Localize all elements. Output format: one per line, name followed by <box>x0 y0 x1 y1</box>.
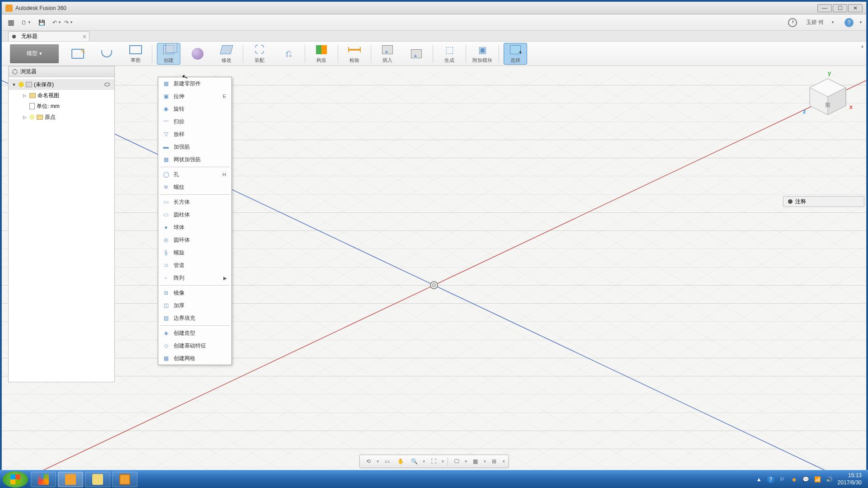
tray-flag-icon[interactable]: ⚐ <box>779 476 786 483</box>
menu-item-label: 阵列 <box>174 274 220 282</box>
taskbar-explorer[interactable] <box>85 472 110 487</box>
make-menu[interactable]: ⬚生成 <box>438 43 461 65</box>
menu-item-21[interactable]: ▩创建网格 <box>158 352 231 365</box>
menu-item-20[interactable]: ◇创建基础特征 <box>158 339 231 352</box>
menu-item-9[interactable]: ▭长方体 <box>158 196 231 208</box>
decal-tool[interactable] <box>405 43 428 65</box>
modify-menu[interactable]: 修改 <box>215 43 238 65</box>
menu-item-4[interactable]: ▽放样 <box>158 128 231 141</box>
addins-menu[interactable]: ▣附加模块 <box>471 43 494 65</box>
activate-icon[interactable] <box>104 83 110 86</box>
display-settings-button[interactable]: 🖵 <box>451 456 462 466</box>
browser-origin[interactable]: ▷ 原点 <box>9 112 114 122</box>
menu-item-19[interactable]: ◈创建造型 <box>158 327 231 339</box>
menu-item-icon: ▽ <box>162 131 170 138</box>
menu-item-17[interactable]: ◫加厚 <box>158 299 231 312</box>
menu-item-16[interactable]: ⧉镜像 <box>158 286 231 299</box>
tab-close-button[interactable]: × <box>83 33 86 40</box>
menu-item-18[interactable]: ▨边界填充 <box>158 312 231 324</box>
maximize-button[interactable]: ☐ <box>833 4 847 12</box>
joint-tool[interactable]: ⎌ <box>277 43 300 65</box>
browser-settings-icon[interactable] <box>12 69 18 75</box>
menu-item-11[interactable]: ●球体 <box>158 221 231 234</box>
insert-menu[interactable]: 插入 <box>376 43 399 65</box>
tray-chat-icon[interactable]: 💬 <box>802 476 810 483</box>
menu-item-icon: ▦ <box>162 156 170 163</box>
menu-item-label: 新建零部件 <box>174 80 228 88</box>
browser-units[interactable]: 单位: mm <box>9 101 114 112</box>
create-menu[interactable]: 创建 <box>157 43 180 65</box>
tray-help-icon[interactable]: ? <box>767 476 774 483</box>
browser-root-node[interactable]: ▼ (未保存) <box>9 79 114 90</box>
assemble-menu[interactable]: ⛶装配 <box>248 43 271 65</box>
taskbar-clock[interactable]: 15:13 2017/6/30 <box>838 472 862 486</box>
sphere-tool[interactable] <box>186 43 209 65</box>
user-name[interactable]: 玉娇 何 <box>806 19 824 26</box>
menu-item-12[interactable]: ◎圆环体 <box>158 234 231 246</box>
workspace-selector[interactable]: 模型 ▾ <box>10 44 59 63</box>
visibility-icon[interactable] <box>19 82 24 87</box>
svg-rect-2 <box>2 71 866 481</box>
file-menu-button[interactable]: 🗋▼ <box>21 17 32 28</box>
tray-a360-icon[interactable]: ◆ <box>791 476 798 483</box>
taskbar-app-2[interactable] <box>112 472 137 487</box>
comments-label: 注释 <box>795 198 806 206</box>
zoom-button[interactable]: 🔍 <box>409 456 420 466</box>
menu-item-13[interactable]: §螺旋 <box>158 246 231 259</box>
fit-button[interactable]: ⛶ <box>428 456 439 466</box>
submenu-arrow-icon: ▶ <box>223 276 227 281</box>
viewcube-face: 前 <box>825 102 830 108</box>
menu-item-14[interactable]: ⊃管道 <box>158 259 231 272</box>
menu-item-shortcut: H <box>222 172 226 177</box>
pan-button[interactable]: ✋ <box>395 456 407 466</box>
redo-button[interactable]: ↷▼ <box>63 17 74 28</box>
menu-item-2[interactable]: ◉旋转 <box>158 103 231 115</box>
tray-network-icon[interactable]: 📶 <box>814 476 821 483</box>
expand-icon <box>788 199 793 204</box>
menu-item-15[interactable]: ▫阵列▶ <box>158 272 231 284</box>
menu-item-10[interactable]: ⬭圆柱体 <box>158 208 231 221</box>
menu-item-0[interactable]: ▦新建零部件 <box>158 77 231 90</box>
3d-canvas[interactable] <box>2 66 866 486</box>
help-button[interactable]: ? <box>844 18 854 27</box>
menu-item-8[interactable]: ≋螺纹 <box>158 181 231 193</box>
save-button[interactable]: 💾 <box>36 17 47 28</box>
minimize-button[interactable]: — <box>817 4 832 12</box>
tab-title: 无标题 <box>21 33 38 40</box>
close-button[interactable]: ✕ <box>848 4 863 12</box>
start-button[interactable] <box>3 471 28 488</box>
menu-item-label: 球体 <box>174 224 228 231</box>
construct-menu[interactable]: 构造 <box>310 43 333 65</box>
orbit-button[interactable]: ⟲ <box>363 456 374 466</box>
arc-tool[interactable] <box>95 43 118 65</box>
job-status-icon[interactable] <box>788 18 797 27</box>
view-cube[interactable]: 前 y x z <box>803 70 853 119</box>
taskbar-app-1[interactable] <box>31 472 56 487</box>
menu-item-icon: 〰 <box>162 118 170 125</box>
menu-item-6[interactable]: ▦网状加强筋 <box>158 153 231 166</box>
tray-up-icon[interactable]: ▲ <box>755 476 763 483</box>
undo-button[interactable]: ↶▼ <box>52 17 62 28</box>
inspect-menu[interactable]: 检验 <box>343 43 366 65</box>
menu-item-3[interactable]: 〰扫掠 <box>158 115 231 128</box>
comments-panel-handle[interactable]: 注释 <box>783 196 864 207</box>
sketch-tool[interactable] <box>66 43 90 65</box>
menu-item-5[interactable]: ▬加强筋 <box>158 141 231 153</box>
menu-item-1[interactable]: ▣拉伸E <box>158 90 231 103</box>
taskbar-fusion[interactable] <box>58 472 83 487</box>
browser-header[interactable]: 浏览器 <box>9 66 114 77</box>
data-panel-button[interactable]: ▦ <box>5 17 16 28</box>
tray-volume-icon[interactable]: 🔊 <box>826 476 833 483</box>
viewport-button[interactable]: ⊞ <box>488 456 500 466</box>
menu-item-icon: ≋ <box>162 183 170 191</box>
look-at-button[interactable]: ▭ <box>382 456 393 466</box>
rectangle-tool[interactable]: 草图 <box>124 43 147 65</box>
document-tab[interactable]: 无标题 × <box>8 31 90 41</box>
ribbon-scroll-icon[interactable]: ▴ <box>861 43 863 48</box>
menu-item-7[interactable]: ◯孔H <box>158 168 231 181</box>
visibility-icon[interactable] <box>29 114 35 120</box>
select-menu[interactable]: 选择 <box>504 43 527 65</box>
browser-named-views[interactable]: ▷ 命名视图 <box>9 90 114 101</box>
workspace-label: 模型 <box>27 50 38 57</box>
grid-settings-button[interactable]: ▦ <box>469 456 481 466</box>
